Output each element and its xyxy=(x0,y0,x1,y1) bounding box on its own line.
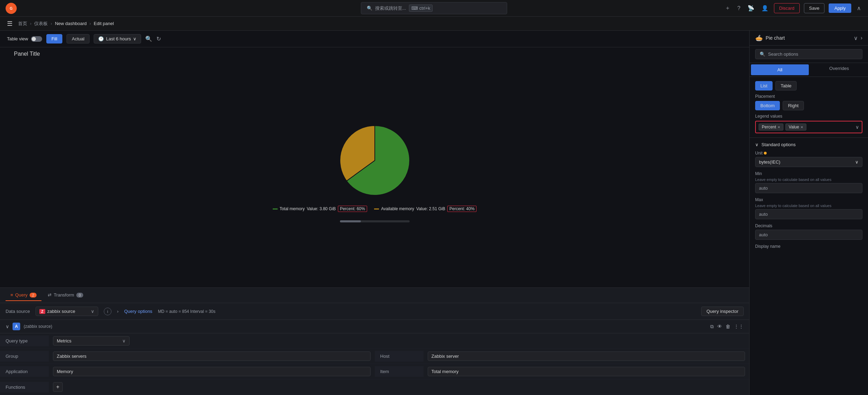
percent-tag-close[interactable]: ✕ xyxy=(777,125,780,129)
pie-legend: Total memory Value: 3.80 GiB Percent: 60… xyxy=(273,206,477,212)
functions-row: Functions + xyxy=(0,379,749,395)
standard-options-header[interactable]: ∨ Standard options xyxy=(755,142,862,147)
query-type-value-container: Metrics ∨ xyxy=(49,333,749,348)
decimals-input[interactable] xyxy=(755,230,862,240)
decimals-option: Decimals xyxy=(755,223,862,240)
functions-value-container: + xyxy=(49,379,749,395)
user-avatar[interactable]: 👤 xyxy=(760,3,770,13)
min-hint: Leave empty to calculate based on all va… xyxy=(755,177,862,182)
notifications-button[interactable]: 📡 xyxy=(746,3,756,13)
query-meta: MD = auto = 854 Interval = 30s xyxy=(158,309,215,314)
query-collapse-button[interactable]: ∨ xyxy=(6,324,9,329)
pie-chart-container: Total memory Value: 3.80 GiB Percent: 60… xyxy=(273,122,477,224)
time-range-chevron: ∨ xyxy=(133,36,137,41)
datasource-select[interactable]: Z zabbix source ∨ xyxy=(36,307,98,316)
legend-total-label: Total memory xyxy=(280,206,305,211)
tab-overrides[interactable]: Overrides xyxy=(810,63,868,77)
panel-type-expand[interactable]: › xyxy=(861,35,862,41)
search-bar[interactable]: 🔍 搜索或跳转至... ⌨ ctrl+k xyxy=(361,2,507,14)
panel-type-dropdown[interactable]: ∨ xyxy=(854,35,858,41)
bottom-button[interactable]: Bottom xyxy=(755,101,780,110)
max-input[interactable] xyxy=(755,209,862,219)
datasource-row: Data source Z zabbix source ∨ i › Query … xyxy=(0,303,749,320)
add-function-button[interactable]: + xyxy=(53,382,63,392)
percent-tag: Percent ✕ xyxy=(759,124,783,131)
legend-color-avail xyxy=(374,208,379,210)
table-button[interactable]: Table xyxy=(775,81,797,90)
toggle-visibility-button[interactable]: 👁 xyxy=(717,324,722,330)
chart-scrollbar[interactable] xyxy=(340,220,410,222)
query-options-link[interactable]: Query options xyxy=(124,309,152,314)
search-options-placeholder: Search options xyxy=(768,52,798,57)
query-type-select[interactable]: Metrics ∨ xyxy=(53,336,130,346)
save-button[interactable]: Save xyxy=(804,3,825,13)
percent-tag-label: Percent xyxy=(762,125,776,129)
drag-query-button[interactable]: ⋮⋮ xyxy=(734,324,744,330)
panel-toolbar: Table view Fill Actual 🕐 Last 6 hours ∨ … xyxy=(0,31,749,47)
breadcrumb-edit-panel[interactable]: Edit panel xyxy=(94,21,114,26)
min-option: Min Leave empty to calculate based on al… xyxy=(755,171,862,193)
hamburger-menu[interactable]: ☰ xyxy=(7,20,13,27)
application-value: Memory xyxy=(53,367,371,376)
help-button[interactable]: ? xyxy=(736,4,742,13)
display-name-option: Display name xyxy=(755,244,862,249)
search-options-input[interactable]: 🔍 Search options xyxy=(755,49,862,59)
legend-total-percent: Percent: 60% xyxy=(338,206,367,212)
query-tab-badge: 2 xyxy=(30,293,37,298)
query-inspector-button[interactable]: Query inspector xyxy=(701,307,744,316)
group-row: Group Zabbix servers Host Zabbix server xyxy=(0,349,749,364)
legend-item-total: Total memory Value: 3.80 GiB Percent: 60… xyxy=(273,206,367,212)
decimals-label: Decimals xyxy=(755,223,862,228)
max-option: Max Leave empty to calculate based on al… xyxy=(755,197,862,219)
legend-avail-percent: Percent: 40% xyxy=(447,206,476,212)
min-input[interactable] xyxy=(755,183,862,193)
delete-query-button[interactable]: 🗑 xyxy=(726,324,730,330)
breadcrumb-new-dashboard[interactable]: New dashboard xyxy=(55,21,87,26)
right-panel-header: 🥧 Pie chart ∨ › xyxy=(750,31,868,46)
collapse-panel-button[interactable]: ∧ xyxy=(855,3,862,13)
legend-values-label: Legend values xyxy=(755,114,862,119)
panel-title-container: Panel Title xyxy=(0,47,749,58)
tab-query[interactable]: ≡ Query 2 xyxy=(6,290,41,301)
unit-select[interactable]: bytes(IEC) ∨ xyxy=(755,157,862,167)
transform-tab-icon: ⇄ xyxy=(48,292,52,298)
legend-avail-label: Available memory xyxy=(381,206,414,211)
query-tab-label: Query xyxy=(15,292,28,298)
zoom-out-button[interactable]: 🔍 xyxy=(145,35,152,42)
list-button[interactable]: List xyxy=(755,81,773,90)
clock-icon: 🕐 xyxy=(98,36,104,41)
pie-chart-svg xyxy=(336,122,413,199)
right-button[interactable]: Right xyxy=(783,101,804,110)
query-tabs: ≡ Query 2 ⇄ Transform 0 xyxy=(0,288,749,303)
breadcrumb-dashboards[interactable]: 仪表板 xyxy=(34,21,48,27)
tab-transform[interactable]: ⇄ Transform 0 xyxy=(43,290,88,301)
value-tag-close[interactable]: ✕ xyxy=(800,125,803,129)
panel-type-name: Pie chart xyxy=(766,35,851,41)
list-table-row: List Table xyxy=(755,81,862,90)
refresh-button[interactable]: ↻ xyxy=(156,35,161,42)
query-type-row: Query type Metrics ∨ xyxy=(0,333,749,349)
actual-button[interactable]: Actual xyxy=(67,34,90,44)
application-row: Application Memory Item Total memory xyxy=(0,364,749,379)
breadcrumb-home[interactable]: 首页 xyxy=(18,21,27,27)
max-label: Max xyxy=(755,197,862,202)
table-view-switch[interactable] xyxy=(31,36,42,42)
panel-area: Table view Fill Actual 🕐 Last 6 hours ∨ … xyxy=(0,31,750,395)
fill-button[interactable]: Fill xyxy=(46,34,63,44)
max-hint: Leave empty to calculate based on all va… xyxy=(755,204,862,208)
discard-button[interactable]: Discard xyxy=(774,3,800,13)
nav-right: ＋ ? 📡 👤 Discard Save Apply ∧ xyxy=(723,3,862,13)
query-type-label: Query type xyxy=(0,335,49,346)
apply-button[interactable]: Apply xyxy=(829,3,851,13)
top-nav: G 🔍 搜索或跳转至... ⌨ ctrl+k ＋ ? 📡 👤 Discard S… xyxy=(0,0,868,17)
info-button[interactable]: i xyxy=(104,308,111,315)
add-button[interactable]: ＋ xyxy=(723,3,732,13)
unit-label: Unit xyxy=(755,151,762,156)
legend-values-add-button[interactable]: ∨ xyxy=(855,124,859,130)
query-type-value: Metrics xyxy=(57,338,71,343)
standard-options-label: Standard options xyxy=(761,142,796,147)
tab-all[interactable]: All xyxy=(751,64,809,75)
placement-label: Placement xyxy=(755,94,862,99)
time-range-picker[interactable]: 🕐 Last 6 hours ∨ xyxy=(94,34,141,44)
duplicate-query-button[interactable]: ⧉ xyxy=(710,324,714,330)
